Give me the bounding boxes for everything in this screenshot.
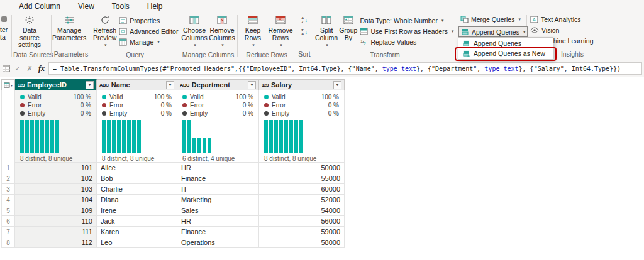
filter-button[interactable]: ▾ [333,81,341,89]
vision-button[interactable]: Vision [528,24,561,35]
cell-name[interactable]: Alice [97,163,177,173]
add-step-fx-button[interactable]: fx [36,64,47,73]
row-number[interactable]: 1 [1,163,15,173]
text-type-icon[interactable]: ABC [180,82,189,88]
cell-department[interactable]: HR [177,216,259,227]
cell-department[interactable]: Marketing [177,195,259,205]
menu-item-append-queries[interactable]: Append Queries [459,38,552,48]
cell-salary[interactable]: 56000 [259,216,345,227]
data-type-button[interactable]: Data Type: Whole Number▾ [358,15,455,26]
number-type-icon[interactable]: 123 [262,82,269,88]
cell-department[interactable]: Finance [177,227,259,237]
cell-name[interactable]: Leo [97,237,177,248]
filter-button[interactable]: ▾ [248,81,256,89]
keep-rows-button[interactable]: Keep Rows▾ [239,14,267,50]
table-row: 6 110 Jack HR 56000 [1,216,345,227]
cell-name[interactable]: Charlie [97,184,177,195]
manage-parameters-button[interactable]: Manage Parameters [53,14,86,43]
split-column-button[interactable]: Split Column▾ [314,14,338,50]
row-number[interactable]: 2 [1,173,15,184]
cell-employeeid[interactable]: 110 [15,216,97,227]
advanced-editor-button[interactable]: Advanced Editor [117,26,180,36]
manage-button[interactable]: Manage▾ [117,36,180,47]
cell-employeeid[interactable]: 111 [15,227,97,237]
merge-queries-icon [460,16,469,23]
menu-item-append-queries-as-new[interactable]: Append Queries as New [459,48,552,58]
group-separator [296,15,296,57]
cell-employeeid[interactable]: 102 [15,173,97,184]
first-row-headers-icon [360,28,368,35]
column-header-department[interactable]: ABC Department ▾ [177,79,259,90]
cell-salary[interactable]: 52000 [259,195,345,205]
row-number[interactable]: 8 [1,237,15,248]
data-preview-table: ▾ 123 EmployeeID ▾ ABC Name ▾ ABC Depart… [1,79,345,248]
data-source-settings-button[interactable]: Data source settings [13,14,46,50]
cell-employeeid[interactable]: 101 [15,163,97,173]
number-type-icon[interactable]: 123 [18,82,25,88]
cell-department[interactable]: IT [177,184,259,195]
replace-values-button[interactable]: 12 Replace Values [358,36,455,47]
append-queries-dropdown: Append Queries Append Queries as New [458,37,553,60]
column-header-name[interactable]: ABC Name ▾ [97,79,177,90]
cell-department[interactable]: Sales [177,205,259,216]
sort-descending-button[interactable]: ZA↓ [301,27,308,36]
cell-department[interactable]: Operations [177,237,259,248]
cell-employeeid[interactable]: 104 [15,195,97,205]
row-number[interactable]: 3 [1,184,15,195]
refresh-preview-button[interactable]: Refresh Preview▾ [92,14,117,50]
choose-columns-button[interactable]: Choose Columns▾ [180,14,208,50]
profile-department: Valid100 % Error0 % Empty0 % 6 distinct,… [177,90,259,163]
empty-dot-icon [264,111,269,116]
merge-queries-button[interactable]: Merge Queries▾ [458,14,523,24]
cell-salary[interactable]: 54000 [259,205,345,216]
formula-input[interactable]: = Table.TransformColumnTypes(#"Promoted … [48,62,642,75]
sort-ascending-button[interactable]: AZ↓ [301,15,308,24]
filter-button[interactable]: ▾ [86,81,94,89]
properties-button[interactable]: Properties [117,15,180,26]
cell-salary[interactable]: 59000 [259,227,345,237]
menu-view[interactable]: View [78,2,94,11]
cell-name[interactable]: Karen [97,227,177,237]
text-type-icon[interactable]: ABC [99,82,109,88]
row-number[interactable]: 5 [1,205,15,216]
remove-rows-button[interactable]: Remove Rows▾ [267,14,294,50]
cell-employeeid[interactable]: 112 [15,237,97,248]
cell-salary[interactable]: 50000 [259,163,345,173]
row-number[interactable]: 6 [1,216,15,227]
cell-employeeid[interactable]: 103 [15,184,97,195]
group-label-data-sources: Data Sources [13,50,50,60]
row-number[interactable]: 7 [1,227,15,237]
cell-salary[interactable]: 55000 [259,173,345,184]
group-data-sources: Data source settings Data Sources [13,13,50,60]
cell-name[interactable]: Irene [97,205,177,216]
cell-department[interactable]: Finance [177,173,259,184]
menu-help[interactable]: Help [147,2,163,11]
valid-dot-icon [264,95,269,99]
append-queries-button[interactable]: Append Queries▾ [458,26,528,37]
svg-text:A: A [533,17,536,23]
cell-salary[interactable]: 58000 [259,237,345,248]
cell-salary[interactable]: 60000 [259,184,345,195]
profile-employeeid: Valid100 % Error0 % Empty0 % 8 distinct,… [15,90,97,163]
cell-employeeid[interactable]: 109 [15,205,97,216]
group-label-transform: Transform [314,50,455,60]
column-header-salary[interactable]: 123 Salary ▾ [259,79,345,90]
filter-button[interactable]: ▾ [166,81,174,89]
enter-data-button-partial[interactable]: ter ta [0,13,10,60]
commit-formula-button[interactable]: ✓ [13,65,23,73]
cell-department[interactable]: HR [177,163,259,173]
cell-name[interactable]: Jack [97,216,177,227]
cell-name[interactable]: Bob [97,173,177,184]
cancel-formula-button[interactable]: ✗ [25,65,35,73]
group-by-button[interactable]: Group By [338,14,358,43]
row-number[interactable]: 4 [1,195,15,205]
menu-tools[interactable]: Tools [112,2,130,11]
text-analytics-button[interactable]: A Text Analytics [528,14,583,24]
cell-name[interactable]: Diana [97,195,177,205]
column-header-employeeid[interactable]: 123 EmployeeID ▾ [15,79,97,90]
use-first-row-as-headers-button[interactable]: Use First Row as Headers▾ [358,26,455,36]
table-corner-button[interactable]: ▾ [1,79,15,90]
menu-add-column[interactable]: Add Column [19,2,60,11]
remove-columns-button[interactable]: Remove Columns▾ [208,14,236,50]
sort-az-icon: AZ [301,16,304,24]
